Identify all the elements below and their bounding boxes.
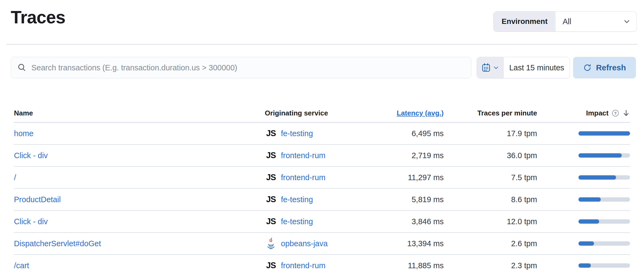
tpm-value: 2.3 tpm xyxy=(444,261,537,270)
impact-bar xyxy=(578,175,630,180)
transaction-name-link[interactable]: Click - div xyxy=(14,217,48,226)
traces-table: Name Originating service Latency (avg.) … xyxy=(14,104,630,276)
table-row: Click - div JS frontend-rum 2,719 ms 36.… xyxy=(14,145,630,167)
name-column-header: Name xyxy=(14,109,265,117)
javascript-agent-icon: JS xyxy=(266,173,276,182)
java-agent-icon xyxy=(266,238,276,249)
impact-bar-fill xyxy=(578,131,630,136)
page-title: Traces xyxy=(11,8,65,27)
impact-bar-fill xyxy=(578,241,594,246)
service-link[interactable]: fe-testing xyxy=(281,129,313,138)
impact-bar-fill xyxy=(578,197,601,202)
impact-bar xyxy=(578,263,630,268)
impact-bar-fill xyxy=(578,153,622,158)
tpm-value: 12.0 tpm xyxy=(444,217,537,226)
tpm-value: 7.5 tpm xyxy=(444,173,537,182)
impact-bar xyxy=(578,241,630,246)
transaction-name-link[interactable]: Click - div xyxy=(14,151,48,160)
search-icon xyxy=(17,63,27,72)
table-header-row: Name Originating service Latency (avg.) … xyxy=(14,104,630,123)
refresh-button[interactable]: Refresh xyxy=(573,57,636,78)
tpm-value: 36.0 tpm xyxy=(444,151,537,160)
impact-bar-fill xyxy=(578,263,591,268)
sort-arrow-down-icon xyxy=(622,109,630,117)
date-picker: Last 15 minutes xyxy=(477,57,570,78)
search-box xyxy=(11,57,471,78)
latency-value: 11,885 ms xyxy=(380,261,444,270)
table-row: DispatcherServlet#doGet JS opbeans-java … xyxy=(14,233,630,255)
chevron-down-icon xyxy=(623,18,630,25)
calendar-icon xyxy=(482,63,490,72)
impact-bar xyxy=(578,153,630,158)
question-circle-icon[interactable]: ? xyxy=(612,110,619,117)
latency-value: 3,846 ms xyxy=(380,217,444,226)
page-header: Traces Environment All xyxy=(6,0,638,45)
latency-sort-header[interactable]: Latency (avg.) xyxy=(397,109,444,117)
tpm-value: 2.6 tpm xyxy=(444,239,537,248)
javascript-agent-icon: JS xyxy=(266,261,276,270)
chevron-down-icon xyxy=(493,65,499,71)
javascript-agent-icon: JS xyxy=(266,217,276,226)
javascript-agent-icon: JS xyxy=(266,151,276,160)
svg-text:?: ? xyxy=(614,111,617,115)
transaction-name-link[interactable]: home xyxy=(14,129,34,138)
latency-value: 11,297 ms xyxy=(380,173,444,182)
environment-value: All xyxy=(563,17,571,26)
impact-bar-fill xyxy=(578,175,616,180)
time-range-button[interactable]: Last 15 minutes xyxy=(504,57,570,78)
table-row: Click - div JS fe-testing 3,846 ms 12.0 … xyxy=(14,211,630,233)
service-link[interactable]: fe-testing xyxy=(281,217,313,226)
impact-bar xyxy=(578,219,630,224)
impact-bar xyxy=(578,131,630,136)
javascript-agent-icon: JS xyxy=(266,129,276,138)
table-row: ProductDetail JS fe-testing 5,819 ms 8.6… xyxy=(14,189,630,211)
table-body: home JS fe-testing 6,495 ms 17.9 tpm xyxy=(14,123,630,276)
table-row: home JS fe-testing 6,495 ms 17.9 tpm xyxy=(14,123,630,145)
originating-service-column-header: Originating service xyxy=(265,109,380,117)
transaction-name-link[interactable]: ProductDetail xyxy=(14,195,61,204)
latency-value: 2,719 ms xyxy=(380,151,444,160)
service-link[interactable]: frontend-rum xyxy=(281,261,325,270)
refresh-label: Refresh xyxy=(596,63,626,72)
refresh-icon xyxy=(583,63,592,72)
impact-bar xyxy=(578,197,630,202)
transaction-name-link[interactable]: / xyxy=(14,173,16,182)
impact-column-label: Impact xyxy=(586,109,609,117)
traces-per-minute-column-header: Traces per minute xyxy=(444,109,537,117)
table-row: / JS frontend-rum 11,297 ms 7.5 tpm xyxy=(14,167,630,189)
latency-value: 13,394 ms xyxy=(380,239,444,248)
service-link[interactable]: opbeans-java xyxy=(281,239,328,248)
service-link[interactable]: fe-testing xyxy=(281,195,313,204)
search-input[interactable] xyxy=(31,63,465,72)
transaction-name-link[interactable]: DispatcherServlet#doGet xyxy=(14,239,101,248)
table-row: /cart JS frontend-rum 11,885 ms 2.3 tpm xyxy=(14,255,630,276)
latency-value: 6,495 ms xyxy=(380,129,444,138)
tpm-value: 17.9 tpm xyxy=(444,129,537,138)
tpm-value: 8.6 tpm xyxy=(444,195,537,204)
service-link[interactable]: frontend-rum xyxy=(281,151,325,160)
service-link[interactable]: frontend-rum xyxy=(281,173,325,182)
latency-value: 5,819 ms xyxy=(380,195,444,204)
javascript-agent-icon: JS xyxy=(266,195,276,204)
environment-label: Environment xyxy=(494,12,556,31)
impact-sort-header[interactable]: Impact ? xyxy=(537,109,630,117)
transaction-name-link[interactable]: /cart xyxy=(14,261,29,270)
impact-bar-fill xyxy=(578,219,599,224)
date-quick-select-button[interactable] xyxy=(477,57,504,78)
toolbar: Last 15 minutes Refresh xyxy=(11,57,636,78)
environment-select[interactable]: Environment All xyxy=(493,11,636,32)
